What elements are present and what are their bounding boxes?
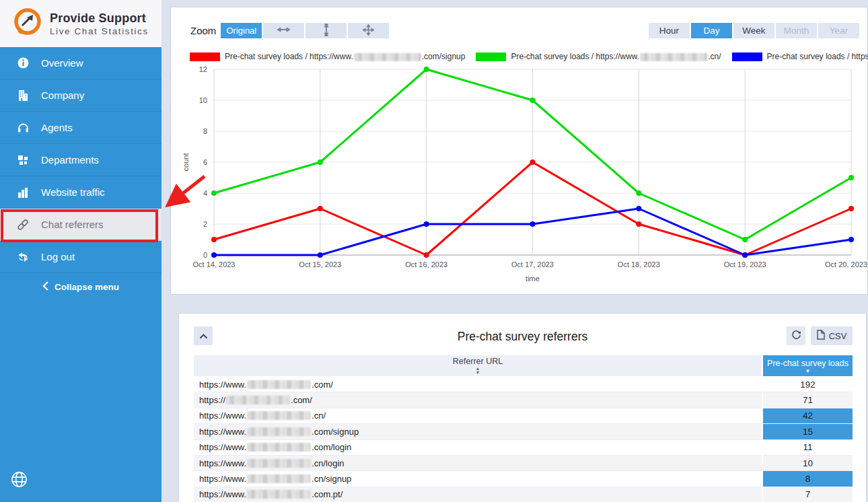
sidebar-item-departments[interactable]: Departments — [0, 144, 161, 176]
referrer-url-cell: https://www..cn/ — [194, 408, 762, 424]
table-row: https://www..com/login11 — [194, 440, 853, 456]
chart-point — [848, 206, 854, 211]
referrer-url-cell: https://.com/ — [194, 392, 762, 408]
tab-label: Hour — [659, 26, 679, 36]
sidebar-item-label: Chat referrers — [41, 219, 104, 230]
sidebar-item-label: Agents — [41, 122, 73, 133]
bar-chart-icon — [16, 187, 30, 198]
chart-point — [636, 221, 641, 227]
svg-text:6: 6 — [203, 158, 207, 166]
referrers-panel: Pre-chat survey referrers CSV Referrer U… — [178, 313, 867, 502]
link-icon — [16, 219, 30, 231]
language-globe-icon[interactable] — [11, 471, 28, 491]
sidebar-item-log-out[interactable]: Log out — [0, 241, 161, 273]
h-arrow-icon — [277, 26, 290, 36]
sidebar-item-label: Company — [41, 89, 84, 101]
chart-point — [530, 159, 536, 165]
svg-text:Oct 15, 2023: Oct 15, 2023 — [299, 260, 341, 268]
chart-point — [424, 221, 429, 227]
table-header-row: Referrer URL ▲▼ Pre-chat survey loads ▼ — [194, 355, 853, 376]
survey-loads-cell: 15 — [763, 424, 853, 439]
chart-point — [211, 252, 217, 258]
referrers-table: Referrer URL ▲▼ Pre-chat survey loads ▼ … — [194, 355, 853, 502]
table-row: https://.com/71 — [194, 392, 853, 408]
svg-text:Oct 16, 2023: Oct 16, 2023 — [405, 260, 447, 268]
tab-week[interactable]: Week — [733, 23, 774, 38]
sidebar-nav: OverviewCompanyAgentsDepartmentsWebsite … — [0, 47, 161, 273]
building-icon — [16, 89, 30, 101]
panel-title: Pre-chat survey referrers — [179, 330, 866, 344]
survey-loads-cell: 10 — [763, 456, 853, 471]
zoom-pan-button[interactable] — [348, 23, 389, 38]
legend-item[interactable]: Pre-chat survey loads / https://www..cn/ — [476, 52, 721, 61]
svg-text:Oct 19, 2023: Oct 19, 2023 — [724, 260, 766, 268]
chart-point — [318, 159, 323, 165]
logout-icon — [16, 252, 30, 262]
referrer-url-cell: https://www..cn/login — [194, 456, 762, 471]
zoom-horizontal-button[interactable] — [263, 23, 304, 38]
redacted-url-segment — [354, 53, 421, 61]
sort-desc-icon: ▼ — [805, 369, 811, 373]
zoom-original-button[interactable]: Original — [221, 23, 262, 38]
csv-label: CSV — [829, 331, 847, 341]
sidebar-item-label: Departments — [41, 154, 99, 166]
refresh-button[interactable] — [787, 326, 805, 345]
survey-loads-cell: 7 — [763, 487, 853, 502]
tab-label: Week — [742, 26, 765, 36]
zoom-vertical-button[interactable] — [305, 23, 347, 38]
refresh-icon — [791, 330, 801, 343]
chart-point — [424, 67, 429, 72]
tab-day[interactable]: Day — [691, 23, 732, 38]
legend-item[interactable]: Pre-chat survey loads / https://www..cn/… — [732, 52, 868, 61]
tab-month: Month — [776, 23, 817, 38]
svg-text:Oct 17, 2023: Oct 17, 2023 — [511, 260, 554, 268]
chart-point — [318, 252, 323, 258]
redacted-url-segment — [247, 443, 311, 452]
sidebar-item-website-traffic[interactable]: Website traffic — [0, 176, 161, 209]
sidebar-item-chat-referrers[interactable]: Chat referrers — [0, 209, 161, 241]
column-header-survey-loads[interactable]: Pre-chat survey loads ▼ — [763, 355, 853, 376]
chart-legend: Pre-chat survey loads / https://www..com… — [190, 52, 868, 61]
sidebar-item-label: Log out — [41, 251, 75, 262]
sidebar-item-overview[interactable]: Overview — [0, 47, 161, 79]
svg-text:2: 2 — [203, 220, 207, 228]
legend-swatch — [190, 52, 220, 61]
column-header-referrer-url[interactable]: Referrer URL ▲▼ — [194, 355, 762, 376]
survey-loads-cell: 192 — [763, 377, 853, 392]
table-row: https://www..cn/42 — [194, 408, 853, 424]
zoom-toolbar: Zoom Original — [190, 23, 390, 38]
app-title: Provide Support — [50, 11, 149, 26]
chart-point — [848, 237, 854, 242]
chart-point — [742, 237, 748, 242]
legend-label: Pre-chat survey loads / https://www..com… — [225, 52, 465, 61]
provide-support-logo-icon — [12, 7, 43, 40]
sidebar-item-agents[interactable]: Agents — [0, 112, 161, 144]
table-row: https://www..com.pt/7 — [194, 487, 853, 502]
chart-point — [636, 206, 641, 211]
chart-point — [742, 252, 748, 258]
survey-loads-cell: 42 — [763, 408, 853, 424]
column-label: Pre-chat survey loads — [767, 359, 848, 368]
collapse-menu-button[interactable]: Collapse menu — [0, 273, 161, 300]
referrer-url-cell: https://www..com/ — [194, 377, 762, 392]
svg-text:4: 4 — [203, 189, 207, 197]
tab-hour[interactable]: Hour — [649, 23, 690, 38]
app-subtitle: Live Chat Statistics — [50, 26, 149, 36]
chart-point — [424, 252, 429, 258]
line-chart: 024681012Oct 14, 2023Oct 15, 2023Oct 16,… — [171, 65, 867, 293]
svg-text:Oct 20, 2023: Oct 20, 2023 — [825, 260, 867, 268]
survey-loads-cell: 8 — [763, 471, 853, 487]
referrer-url-cell: https://www..cn/signup — [194, 471, 762, 487]
legend-item[interactable]: Pre-chat survey loads / https://www..com… — [190, 52, 465, 61]
redacted-url-segment — [247, 380, 311, 389]
table-body: https://www..com/192https://.com/71https… — [194, 377, 853, 502]
sidebar: Provide Support Live Chat Statistics Ove… — [0, 0, 161, 502]
chevron-left-icon — [42, 281, 48, 293]
zoom-toolbar-label: Zoom — [190, 25, 216, 36]
sidebar-item-company[interactable]: Company — [0, 79, 161, 112]
table-row: https://www..cn/signup8 — [194, 471, 853, 487]
departments-icon — [16, 155, 30, 166]
svg-text:8: 8 — [203, 127, 207, 135]
csv-export-button[interactable]: CSV — [811, 326, 853, 345]
tab-year: Year — [818, 23, 859, 38]
